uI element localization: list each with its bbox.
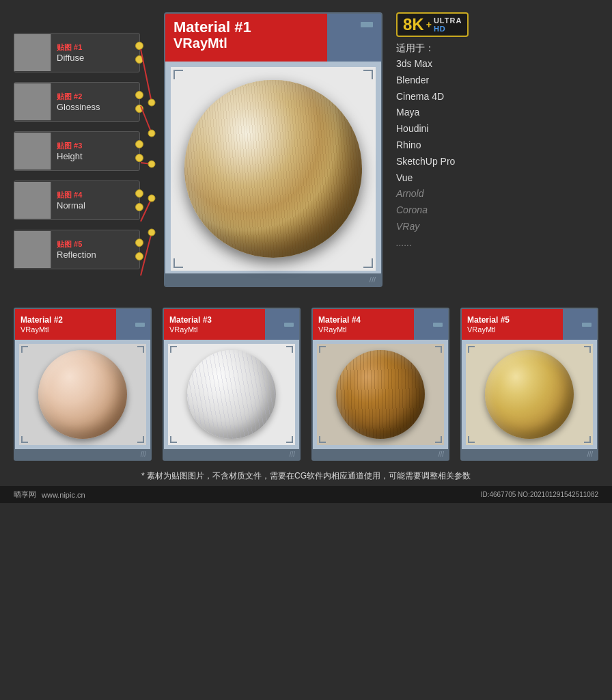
card-header-2: Material #2 VRayMtl	[15, 309, 150, 340]
card-corner-br-3	[286, 436, 293, 443]
node-num-3: 贴图 #3	[57, 141, 134, 151]
node-label-area-1: 贴图 #1 Diffuse	[51, 40, 139, 66]
node-thumb-2	[14, 83, 51, 120]
node-num-4: 贴图 #4	[57, 190, 134, 200]
apps-grey-list: Arnold Corona VRay ......	[396, 186, 598, 251]
card-btn-2[interactable]	[135, 323, 145, 327]
card-corner-br-4	[435, 436, 442, 443]
material-preview	[165, 62, 381, 273]
connector-top-3	[135, 140, 143, 148]
watermark-bar: 晒享网 www.nipic.cn ID:4667705 NO:202101291…	[0, 486, 612, 503]
badge-plus: +	[426, 19, 432, 30]
card-header-3: Material #3 VRayMtl	[164, 309, 299, 340]
node-name-4: Normal	[57, 200, 134, 211]
top-content-area: 贴图 #1 Diffuse 贴图 #2 Glossiness	[0, 0, 612, 294]
bottom-section: Material #2 VRayMtl /// Material #3 VRay…	[0, 301, 612, 466]
card-hash-4: ///	[313, 449, 448, 459]
sphere-2	[38, 350, 127, 439]
badge-8k-text: 8K	[403, 16, 424, 33]
node-thumb-1	[14, 34, 51, 71]
texture-node-3[interactable]: 贴图 #3 Height	[14, 131, 140, 171]
badge-ultra-hd: ULTRA HD	[434, 16, 462, 33]
node-thumb-4	[14, 182, 51, 219]
app-rhino: Rhino	[396, 137, 598, 154]
card-name-3: Material #3	[169, 315, 212, 325]
material-type: VRayMtl	[173, 36, 251, 51]
preview-corner-bl	[173, 258, 183, 268]
connector-bottom-1	[135, 55, 143, 64]
divider	[0, 294, 612, 301]
card-corner-tl-4	[319, 346, 326, 353]
app-houdini: Houdini	[396, 121, 598, 137]
watermark-left: 晒享网 www.nipic.cn	[14, 489, 85, 500]
node-name-1: Diffuse	[57, 53, 134, 63]
card-name-5: Material #5	[467, 315, 510, 325]
card-preview-2	[15, 340, 150, 449]
texture-node-1[interactable]: 贴图 #1 Diffuse	[14, 33, 140, 72]
card-hash-3: ///	[164, 449, 299, 459]
texture-node-5[interactable]: 贴图 #5 Reflection	[14, 230, 140, 269]
node-name-2: Glossiness	[57, 102, 134, 112]
panel-controls	[361, 19, 373, 27]
preview-corner-tr	[363, 70, 373, 79]
watermark-url: www.nipic.cn	[42, 491, 85, 499]
panel-minimize-btn[interactable]	[361, 22, 373, 27]
connector-bottom-3	[135, 154, 143, 162]
app-maya: Maya	[396, 105, 598, 121]
app-vue: Vue	[396, 170, 598, 187]
sphere-4	[336, 350, 425, 439]
material-panel: Material #1 VRayMtl ///	[164, 12, 382, 287]
card-corner-tl-5	[468, 346, 475, 353]
material-card-2: Material #2 VRayMtl ///	[14, 308, 152, 461]
card-btn-4[interactable]	[433, 323, 443, 327]
app-cinema4d: Cinema 4D	[396, 89, 598, 105]
material-card-5: Material #5 VRayMtl ///	[460, 308, 598, 461]
card-header-5: Material #5 VRayMtl	[462, 309, 597, 340]
preview-corner-br	[363, 258, 373, 268]
card-hash-5: ///	[462, 449, 597, 459]
card-btn-3[interactable]	[284, 323, 294, 327]
card-btn-5[interactable]	[582, 323, 592, 327]
app-vray: VRay	[396, 219, 598, 235]
card-corner-tr-2	[137, 346, 144, 353]
card-corner-br-2	[137, 436, 144, 443]
card-corner-tr-3	[286, 346, 293, 353]
material-card-3: Material #3 VRayMtl ///	[163, 308, 301, 461]
card-corner-bl-3	[170, 436, 177, 443]
card-preview-5	[462, 340, 597, 449]
node-name-5: Reflection	[57, 250, 134, 260]
app-corona: Corona	[396, 202, 598, 219]
card-name-4: Material #4	[318, 315, 361, 325]
node-thumb-5	[14, 231, 51, 268]
card-corner-bl-2	[21, 436, 28, 443]
node-label-area-4: 贴图 #4 Normal	[51, 187, 139, 213]
watermark-id: ID:4667705 NO:202101291542511082	[481, 491, 598, 498]
connector-top-4	[135, 189, 143, 198]
card-title-area-5: Material #5 VRayMtl	[467, 315, 510, 333]
preview-corner-tl	[173, 70, 183, 79]
card-corner-tr-5	[584, 346, 591, 353]
app-sketchup: SketchUp Pro	[396, 154, 598, 170]
main-content: 贴图 #1 Diffuse 贴图 #2 Glossiness	[0, 0, 612, 700]
footer-note: * 素材为贴图图片，不含材质文件，需要在CG软件内相应通道使用，可能需要调整相关…	[0, 466, 612, 486]
connector-top-2	[135, 91, 143, 99]
connector-top-1	[135, 42, 143, 50]
app-more: ......	[396, 235, 598, 252]
node-thumb-3	[14, 133, 51, 170]
card-corner-tl-2	[21, 346, 28, 353]
app-3dsmax: 3ds Max	[396, 56, 598, 72]
material-name: Material #1	[173, 19, 251, 36]
card-preview-4	[313, 340, 448, 449]
badge-8k: 8K + ULTRA HD	[396, 12, 469, 37]
texture-node-4[interactable]: 贴图 #4 Normal	[14, 180, 140, 220]
connector-top-5	[135, 239, 143, 247]
card-corner-br-5	[584, 436, 591, 443]
card-corner-bl-4	[319, 436, 326, 443]
connector-bottom-4	[135, 203, 143, 211]
node-num-2: 贴图 #2	[57, 92, 134, 102]
material-card-4: Material #4 VRayMtl ///	[311, 308, 449, 461]
texture-node-2[interactable]: 贴图 #2 Glossiness	[14, 82, 140, 122]
card-title-area-3: Material #3 VRayMtl	[169, 315, 212, 333]
card-hash-2: ///	[15, 449, 150, 459]
card-name-2: Material #2	[20, 315, 63, 325]
